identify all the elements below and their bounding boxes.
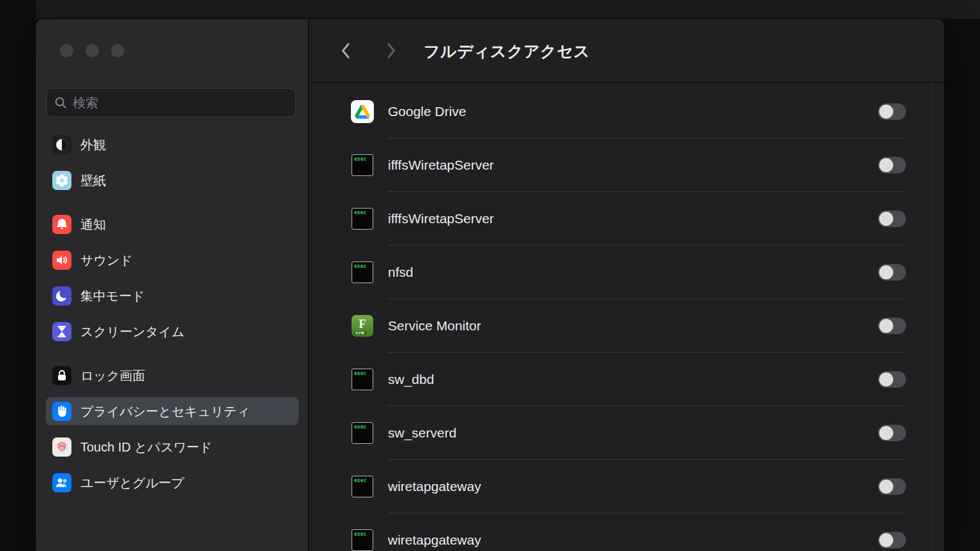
toggle-ifffswiretapserver[interactable] xyxy=(878,157,906,173)
sidebar-item-touch-id[interactable]: Touch ID とパスワード xyxy=(46,433,299,461)
screen-time-icon xyxy=(52,322,71,341)
exec-icon: exec xyxy=(351,368,374,391)
touch-id-icon xyxy=(52,437,71,457)
sidebar-item-label: ロック画面 xyxy=(80,367,145,385)
zoom-button[interactable] xyxy=(111,44,124,57)
close-button[interactable] xyxy=(60,44,73,57)
toggle-knob xyxy=(879,480,893,494)
toggle-wiretapgateway[interactable] xyxy=(878,478,906,495)
sidebar-item-label: Touch ID とパスワード xyxy=(80,439,212,456)
forward-button[interactable] xyxy=(382,40,401,62)
app-name: ifffsWiretapServer xyxy=(388,158,494,173)
toggle-knob xyxy=(879,372,893,386)
toggle-sw-dbd[interactable] xyxy=(878,371,906,388)
search-input[interactable] xyxy=(73,96,288,110)
sidebar-item-label: 集中モード xyxy=(80,288,145,305)
content-header: フルディスクアクセス xyxy=(309,19,944,83)
exec-icon: exec xyxy=(351,261,374,284)
toggle-knob xyxy=(879,426,893,440)
exec-icon: exec xyxy=(351,422,374,444)
sidebar-item-label: サウンド xyxy=(80,252,133,269)
google-drive-icon xyxy=(351,100,374,123)
search-field[interactable] xyxy=(46,88,296,117)
app-name: ifffsWiretapServer xyxy=(388,211,494,226)
sidebar-item-label: 通知 xyxy=(80,216,106,233)
sidebar-item-appearance[interactable]: 外観 xyxy=(46,131,299,159)
sidebar-item-lock-screen[interactable]: ロック画面 xyxy=(46,362,299,390)
app-row-google-drive: Google Drive xyxy=(351,85,906,138)
users-groups-icon xyxy=(52,473,71,492)
toggle-knob xyxy=(879,533,893,547)
app-name: Service Monitor xyxy=(388,318,481,334)
app-row-ifffswiretapserver: execifffsWiretapServer xyxy=(351,138,906,191)
search-icon xyxy=(54,96,67,109)
app-name: Google Drive xyxy=(388,104,466,119)
content-pane: フルディスクアクセス Google DriveexecifffsWiretapS… xyxy=(309,19,944,551)
app-row-sw-dbd: execsw_dbd xyxy=(351,353,906,406)
sidebar-item-privacy-security[interactable]: プライバシーとセキュリティ xyxy=(46,397,299,425)
desktop-menu-bar-area xyxy=(36,0,980,19)
toggle-knob xyxy=(879,158,893,172)
sidebar-item-label: プライバシーとセキュリティ xyxy=(80,403,250,420)
sidebar-item-screen-time[interactable]: スクリーンタイム xyxy=(46,318,299,346)
chevron-left-icon xyxy=(340,42,351,59)
app-name: sw_dbd xyxy=(388,372,434,387)
sidebar-nav: 外観壁紙通知サウンド集中モードスクリーンタイムロック画面プライバシーとセキュリテ… xyxy=(46,131,299,513)
notifications-icon xyxy=(52,215,71,234)
exec-icon: exec xyxy=(351,529,374,551)
sidebar-item-users-groups[interactable]: ユーザとグループ xyxy=(46,469,299,497)
exec-icon: exec xyxy=(351,154,374,177)
toggle-knob xyxy=(879,265,893,279)
sidebar-item-focus[interactable]: 集中モード xyxy=(46,282,299,310)
window-controls xyxy=(60,44,124,57)
lock-screen-icon xyxy=(52,366,71,385)
toggle-knob xyxy=(879,212,893,226)
toggle-knob xyxy=(879,105,893,119)
toggle-wiretapgateway[interactable] xyxy=(878,532,906,548)
wallpaper-icon xyxy=(52,171,71,190)
app-name: wiretapgateway xyxy=(388,533,481,548)
sidebar-item-label: スクリーンタイム xyxy=(80,323,184,341)
exec-icon: exec xyxy=(351,475,374,498)
exec-icon: exec xyxy=(351,207,374,230)
app-row-service-monitor: FSVMService Monitor xyxy=(351,299,906,352)
app-name: sw_serverd xyxy=(388,425,456,441)
toggle-service-monitor[interactable] xyxy=(878,318,906,334)
toggle-knob xyxy=(879,319,893,333)
privacy-icon xyxy=(52,402,71,421)
sidebar-section: 通知サウンド集中モードスクリーンタイム xyxy=(46,210,299,346)
sidebar-item-label: ユーザとグループ xyxy=(80,474,184,492)
app-row-wiretapgateway: execwiretapgateway xyxy=(351,460,906,513)
app-row-wiretapgateway: execwiretapgateway xyxy=(351,513,906,551)
sidebar-section: 外観壁紙 xyxy=(46,131,299,195)
sidebar-item-label: 外観 xyxy=(80,136,106,154)
service-monitor-icon: FSVM xyxy=(351,314,374,337)
back-button[interactable] xyxy=(336,40,355,62)
app-list: Google DriveexecifffsWiretapServerexecif… xyxy=(309,83,944,551)
sidebar-item-wallpaper[interactable]: 壁紙 xyxy=(46,166,299,195)
page-title: フルディスクアクセス xyxy=(424,40,590,61)
minimize-button[interactable] xyxy=(85,44,99,57)
sidebar: 外観壁紙通知サウンド集中モードスクリーンタイムロック画面プライバシーとセキュリテ… xyxy=(36,19,309,551)
system-settings-window: 外観壁紙通知サウンド集中モードスクリーンタイムロック画面プライバシーとセキュリテ… xyxy=(36,19,944,551)
sidebar-section: ロック画面プライバシーとセキュリティTouch ID とパスワードユーザとグルー… xyxy=(46,362,299,497)
appearance-icon xyxy=(52,135,71,154)
app-name: wiretapgateway xyxy=(388,479,481,494)
toggle-nfsd[interactable] xyxy=(878,264,906,281)
sidebar-item-label: 壁紙 xyxy=(80,172,106,189)
sidebar-item-notifications[interactable]: 通知 xyxy=(46,210,299,239)
app-row-ifffswiretapserver: execifffsWiretapServer xyxy=(351,192,906,245)
toggle-google-drive[interactable] xyxy=(878,103,906,120)
app-name: nfsd xyxy=(388,265,413,280)
toggle-ifffswiretapserver[interactable] xyxy=(878,210,906,227)
chevron-right-icon xyxy=(386,42,397,59)
sound-icon xyxy=(52,251,71,270)
toggle-sw-serverd[interactable] xyxy=(878,425,906,441)
app-row-nfsd: execnfsd xyxy=(351,246,906,298)
app-row-sw-serverd: execsw_serverd xyxy=(351,406,906,459)
sidebar-item-sound[interactable]: サウンド xyxy=(46,246,299,274)
focus-icon xyxy=(52,286,71,305)
